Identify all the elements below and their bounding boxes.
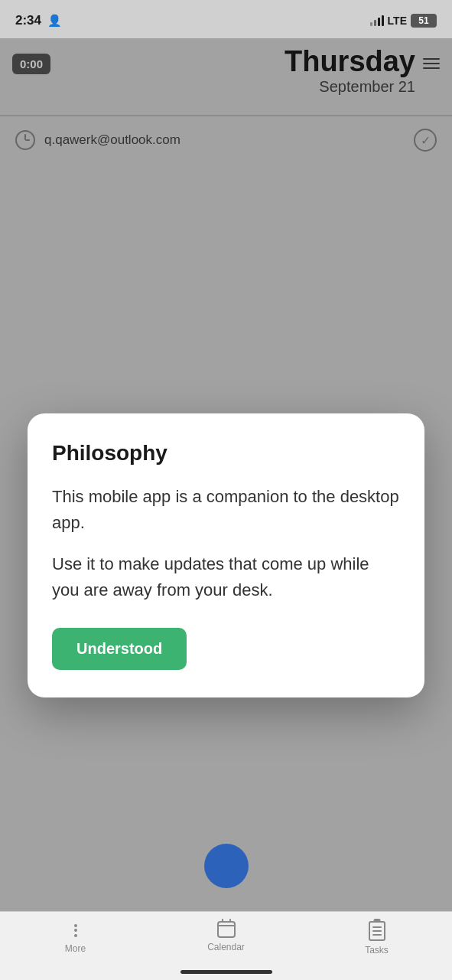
tab-label-tasks: Tasks	[365, 945, 389, 956]
calendar-icon	[217, 921, 236, 938]
status-right: LTE 51	[370, 14, 437, 28]
tab-item-more[interactable]: More	[0, 921, 151, 954]
modal-body-paragraph-1: This mobile app is a companion to the de…	[52, 484, 400, 536]
tasks-icon	[369, 921, 385, 941]
modal-title: Philosophy	[52, 441, 400, 466]
tab-item-tasks[interactable]: Tasks	[301, 921, 452, 956]
battery-icon: 51	[411, 14, 437, 28]
status-time: 2:34	[15, 13, 41, 28]
home-indicator	[180, 970, 272, 974]
modal-body-paragraph-2: Use it to make updates that come up whil…	[52, 551, 400, 603]
signal-icon	[370, 15, 384, 26]
tab-item-calendar[interactable]: Calendar	[151, 921, 301, 952]
tab-label-more: More	[65, 943, 86, 954]
status-bar: 2:34 👤 LTE 51	[0, 0, 452, 38]
understood-button[interactable]: Understood	[52, 628, 187, 670]
tab-label-calendar: Calendar	[207, 942, 245, 952]
lte-label: LTE	[388, 15, 407, 27]
modal-body: This mobile app is a companion to the de…	[52, 484, 400, 603]
person-icon: 👤	[47, 14, 62, 28]
status-time-group: 2:34 👤	[15, 13, 62, 28]
more-dots-icon	[74, 921, 77, 939]
modal-dialog: Philosophy This mobile app is a companio…	[28, 413, 424, 697]
